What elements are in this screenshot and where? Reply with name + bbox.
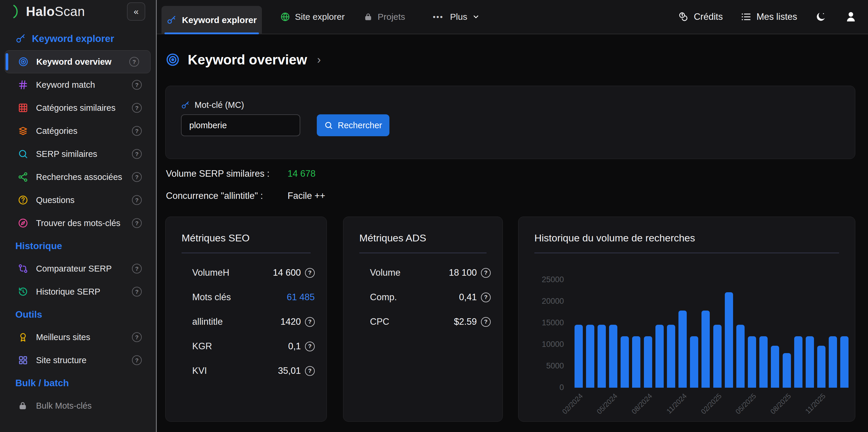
user-avatar[interactable]: [844, 10, 857, 23]
help-icon[interactable]: ?: [481, 317, 491, 327]
share-nodes-icon: [18, 172, 28, 182]
help-icon[interactable]: ?: [132, 264, 142, 273]
sidebar-item-label: Trouver des mots-clés: [36, 219, 120, 228]
sidebar-item-questions[interactable]: Questions ?: [0, 189, 156, 211]
sidebar-collapse-button[interactable]: «: [127, 2, 145, 21]
help-icon[interactable]: ?: [132, 149, 142, 159]
sidebar-item-site-structure[interactable]: Site structure ?: [0, 349, 156, 372]
metric-row-comp: Comp.0,41?: [370, 292, 491, 303]
sidebar-item-bulk-mots-cles[interactable]: Bulk Mots-clés: [0, 394, 156, 417]
divider: [534, 253, 839, 253]
dark-mode-toggle[interactable]: [815, 11, 827, 23]
help-icon[interactable]: ?: [305, 366, 315, 376]
search-icon: [324, 121, 333, 130]
x-axis-tick-label: 05/2024: [582, 392, 619, 429]
question-circle-icon: [18, 195, 28, 205]
volume-bar: [609, 325, 617, 388]
help-icon[interactable]: ?: [132, 355, 142, 365]
help-icon[interactable]: ?: [305, 268, 315, 278]
keyword-input[interactable]: [181, 114, 300, 136]
y-axis-tick-label: 5000: [523, 362, 564, 371]
compass-icon: [18, 218, 28, 228]
sidebar-item-keyword-match[interactable]: Keyword match ?: [0, 73, 156, 96]
x-axis-tick-label: 05/2025: [721, 392, 758, 429]
search-button[interactable]: Rechercher: [317, 114, 390, 136]
sidebar-item-categories[interactable]: Catégories ?: [0, 119, 156, 142]
ellipsis-icon: •••: [433, 12, 443, 22]
breadcrumb-chevron[interactable]: ›: [317, 54, 321, 66]
sidebar-item-comparateur-serp[interactable]: Comparateur SERP ?: [0, 257, 156, 280]
help-icon[interactable]: ?: [305, 317, 315, 327]
help-icon[interactable]: ?: [481, 292, 491, 302]
help-icon[interactable]: ?: [132, 172, 142, 182]
history-clock-icon: [18, 286, 28, 297]
help-icon[interactable]: ?: [129, 57, 139, 67]
x-axis-tick-label: 02/2025: [686, 392, 723, 429]
topbar: Keyword explorer Site explorer Projets •…: [157, 0, 868, 34]
tab-label: Projets: [378, 12, 405, 22]
volume-bar: [713, 325, 721, 388]
key-icon: [181, 101, 190, 110]
help-icon[interactable]: ?: [132, 103, 142, 113]
help-icon[interactable]: ?: [132, 80, 142, 90]
tab-projets[interactable]: Projets: [364, 0, 405, 34]
help-icon[interactable]: ?: [132, 126, 142, 136]
sidebar-header-keyword-explorer[interactable]: Keyword explorer: [16, 33, 114, 44]
volume-bar: [575, 325, 583, 388]
tab-plus[interactable]: ••• Plus: [433, 0, 480, 34]
metrics-seo-rows: VolumeH14 600? Mots clés61 485 allintitl…: [166, 253, 327, 376]
stat-label: Volume SERP similaires :: [166, 168, 287, 179]
volume-bar: [667, 325, 675, 388]
metric-row-mots-cles: Mots clés61 485: [192, 292, 315, 303]
tab-keyword-explorer[interactable]: Keyword explorer: [161, 6, 262, 34]
sidebar-item-serp-similaires[interactable]: SERP similaires ?: [0, 142, 156, 166]
key-icon: [166, 15, 177, 25]
hash-icon: [18, 80, 28, 90]
sidebar-item-label: Historique SERP: [36, 287, 100, 297]
help-icon[interactable]: ?: [481, 268, 491, 278]
y-axis-tick-label: 0: [523, 383, 564, 392]
sidebar-section-historique: Historique: [0, 235, 156, 257]
help-icon[interactable]: ?: [132, 195, 142, 205]
page-header: Keyword overview ›: [165, 52, 321, 68]
person-icon: [844, 10, 857, 23]
x-axis-tick-label: 02/2024: [547, 392, 585, 429]
help-icon[interactable]: ?: [132, 333, 142, 342]
sidebar-item-label: Keyword overview: [36, 57, 112, 67]
help-icon[interactable]: ?: [132, 287, 142, 297]
chevrons-left-icon: «: [134, 6, 139, 17]
lock-icon: [364, 12, 373, 22]
keyword-field-label: Mot-clé (MC): [181, 100, 244, 110]
volume-bar: [655, 325, 664, 388]
mots-cles-link[interactable]: 61 485: [287, 292, 315, 303]
sidebar-item-label: Questions: [36, 195, 75, 205]
help-icon[interactable]: ?: [132, 219, 142, 228]
sidebar-item-meilleurs-sites[interactable]: Meilleurs sites ?: [0, 326, 156, 349]
volume-bar: [771, 346, 779, 388]
sidebar-item-categories-similaires[interactable]: Catégories similaires ?: [0, 96, 156, 119]
lock-icon: [18, 400, 28, 411]
help-icon[interactable]: ?: [305, 342, 315, 351]
tab-label: Site explorer: [295, 12, 345, 22]
sidebar-item-trouver-des-mots-cles[interactable]: Trouver des mots-clés ?: [0, 211, 156, 235]
volume-bar: [817, 346, 826, 388]
sidebar-item-historique-serp[interactable]: Historique SERP ?: [0, 280, 156, 303]
stat-volume-serp: Volume SERP similaires : 14 678: [166, 168, 316, 179]
sidebar-item-recherches-associees[interactable]: Recherches associées ?: [0, 166, 156, 189]
topbar-right: Crédits Mes listes: [678, 0, 857, 34]
sidebar: HaloScan « Keyword explorer Keyword over…: [0, 0, 156, 432]
y-axis-tick-label: 10000: [523, 340, 564, 349]
my-lists-button[interactable]: Mes listes: [740, 11, 797, 23]
metric-row-cpc: CPC$2.59?: [370, 316, 491, 327]
x-axis-tick-label: 08/2024: [617, 392, 654, 429]
sidebar-item-keyword-overview[interactable]: Keyword overview ?: [5, 50, 151, 73]
volume-bar: [725, 292, 733, 388]
credits-label: Crédits: [694, 11, 723, 22]
metrics-ads-rows: Volume18 100? Comp.0,41? CPC$2.59?: [343, 253, 502, 327]
tab-site-explorer[interactable]: Site explorer: [280, 0, 345, 34]
stat-concurrence: Concurrence "allintitle" : Facile ++: [166, 191, 326, 201]
credits-button[interactable]: Crédits: [678, 11, 723, 23]
sidebar-section-outils: Outils: [0, 303, 156, 326]
x-axis-tick-label: 11/2025: [790, 392, 827, 429]
volume-bar: [783, 353, 791, 388]
